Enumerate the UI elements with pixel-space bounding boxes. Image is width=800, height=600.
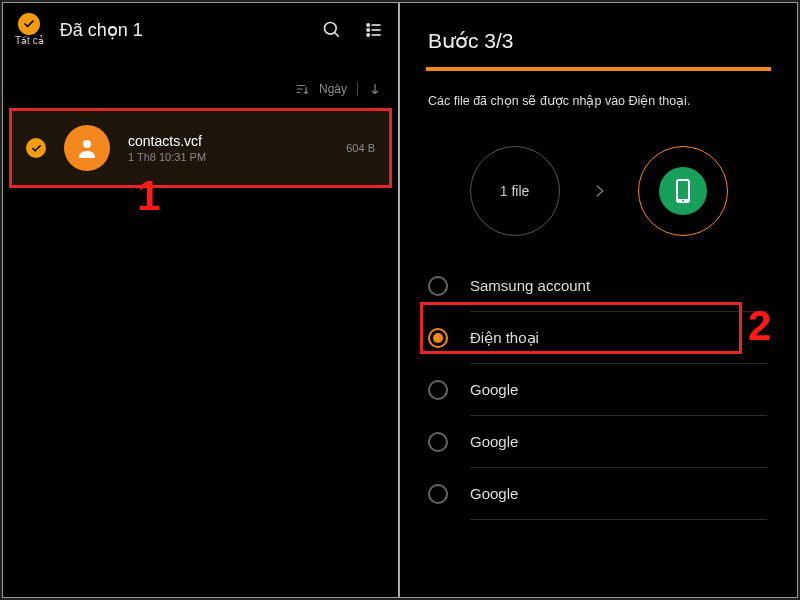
- option-label: Google: [470, 433, 518, 450]
- svg-point-2: [367, 23, 369, 25]
- sort-bar: Ngày: [3, 52, 398, 104]
- file-date: 1 Th8 10:31 PM: [128, 151, 328, 163]
- source-circle: 1 file: [470, 146, 560, 236]
- select-all-label: Tất cả: [15, 35, 44, 46]
- left-header: Tất cả Đã chọn 1: [3, 3, 398, 52]
- checkmark-icon: [26, 138, 46, 158]
- radio-icon: [428, 432, 448, 452]
- sort-label[interactable]: Ngày: [319, 82, 347, 96]
- phone-icon: [659, 167, 707, 215]
- radio-icon: [428, 380, 448, 400]
- svg-line-1: [335, 32, 339, 36]
- file-meta: contacts.vcf 1 Th8 10:31 PM: [128, 133, 328, 163]
- sort-icon[interactable]: [295, 82, 309, 96]
- list-view-icon[interactable]: [364, 20, 384, 40]
- option-label: Điện thoại: [470, 329, 539, 347]
- radio-icon: [428, 276, 448, 296]
- chevron-right-icon: [590, 182, 608, 200]
- radio-icon: [428, 328, 448, 348]
- import-wizard-panel: Bước 3/3 Các file đã chọn sẽ được nhập v…: [400, 3, 797, 597]
- step-description: Các file đã chọn sẽ được nhập vào Điện t…: [400, 71, 797, 118]
- checkmark-icon: [18, 13, 40, 35]
- destination-circle: [638, 146, 728, 236]
- divider: [357, 82, 358, 96]
- option-phone[interactable]: Điện thoại: [428, 312, 797, 364]
- destination-options: Samsung account Điện thoại Google Google…: [400, 258, 797, 520]
- transfer-diagram: 1 file: [400, 118, 797, 258]
- sort-direction-icon[interactable]: [368, 82, 382, 96]
- svg-point-11: [682, 200, 684, 202]
- selection-count-title: Đã chọn 1: [60, 19, 306, 41]
- svg-point-8: [83, 140, 91, 148]
- option-google-2[interactable]: Google: [428, 416, 797, 468]
- svg-point-0: [325, 22, 337, 34]
- file-name: contacts.vcf: [128, 133, 328, 149]
- option-samsung-account[interactable]: Samsung account: [428, 260, 797, 312]
- search-icon[interactable]: [322, 20, 342, 40]
- option-label: Google: [470, 381, 518, 398]
- svg-point-4: [367, 28, 369, 30]
- step-title: Bước 3/3: [400, 3, 797, 67]
- file-picker-panel: Tất cả Đã chọn 1 Ngày: [3, 3, 400, 597]
- file-row[interactable]: contacts.vcf 1 Th8 10:31 PM 604 B: [9, 108, 392, 188]
- file-size: 604 B: [346, 142, 375, 154]
- svg-point-6: [367, 33, 369, 35]
- svg-rect-10: [678, 181, 688, 199]
- source-label: 1 file: [500, 183, 530, 199]
- contact-file-icon: [64, 125, 110, 171]
- option-label: Samsung account: [470, 277, 590, 294]
- select-all-toggle[interactable]: Tất cả: [15, 13, 44, 46]
- option-label: Google: [470, 485, 518, 502]
- option-google-3[interactable]: Google: [428, 468, 797, 520]
- annotation-1: 1: [137, 172, 160, 220]
- annotation-2: 2: [748, 302, 771, 350]
- radio-icon: [428, 484, 448, 504]
- option-google-1[interactable]: Google: [428, 364, 797, 416]
